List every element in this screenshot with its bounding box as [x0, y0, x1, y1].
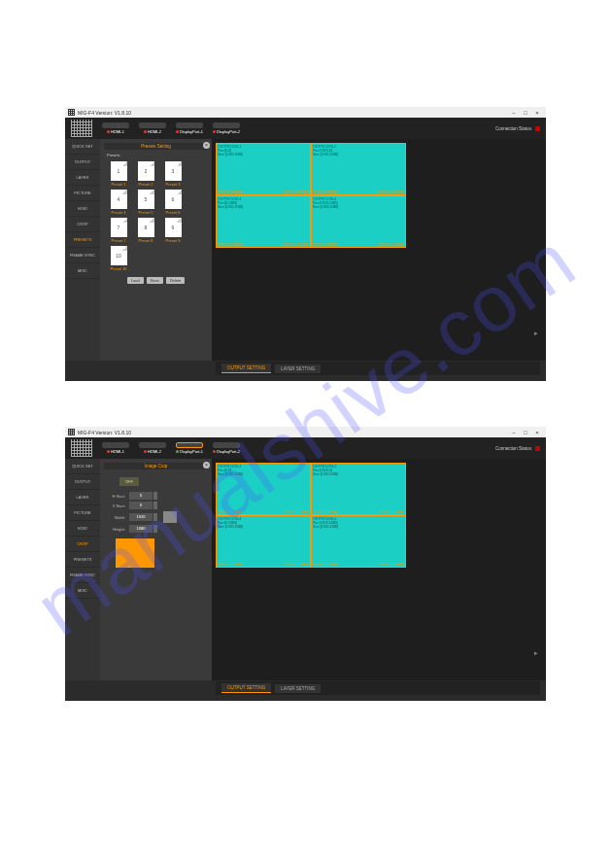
output-corner-right: OUTPUT-CORNER: [379, 563, 404, 567]
tab-layer-setting[interactable]: LAYER SETTING: [275, 684, 321, 693]
preset-page-icon: 2: [138, 161, 154, 181]
save-button[interactable]: Save: [147, 277, 163, 284]
port-hdmi-1[interactable]: HDMI-1: [102, 442, 129, 454]
port-hdmi-2[interactable]: HDMI-2: [139, 442, 166, 454]
crop-field-value[interactable]: 0: [129, 502, 153, 509]
crop-ok-button[interactable]: [163, 511, 177, 523]
output-cell[interactable]: OUTPUT-DVI-3Pos:[0,1080]Size:[1920,1080]…: [216, 515, 311, 568]
preset-item[interactable]: 1Preset 1: [108, 161, 129, 187]
sidebar-item-picture[interactable]: PICTURE: [65, 505, 100, 521]
canvas[interactable]: OUTPUT-DVI-1Pos:[0,0]Size:[1920,1080]OUT…: [212, 139, 546, 361]
window-title: MIG-F4 Version: V1.8.10: [78, 430, 131, 435]
scroll-right-icon[interactable]: ▸: [534, 330, 538, 337]
sidebar-item-quickset[interactable]: QUICK SET: [65, 459, 100, 474]
preset-label: Preset 1: [112, 182, 126, 187]
spinner-icon[interactable]: [153, 513, 157, 521]
output-corner-left: OUTPUT-CORNER: [313, 191, 338, 194]
crop-toggle[interactable]: OFF: [119, 477, 139, 486]
preset-item[interactable]: 10Preset 10: [108, 246, 129, 271]
output-cell[interactable]: OUTPUT-DVI-4Pos:[1920,1080]Size:[1920,10…: [311, 515, 406, 568]
sidebar-item-framesync[interactable]: FRAME SYNC: [65, 248, 100, 263]
port-dp-2[interactable]: DisplayPort-2: [213, 442, 240, 454]
port-dp-1[interactable]: DisplayPort-1: [176, 442, 203, 454]
crop-field-value[interactable]: 1920: [129, 513, 153, 521]
sidebar-item-presets[interactable]: PRESETS: [65, 232, 100, 248]
preset-item[interactable]: 5Preset 5: [135, 190, 156, 215]
tab-layer-setting[interactable]: LAYER SETTING: [275, 365, 321, 373]
sidebar: QUICK SET OUTPUT LAYER PICTURE EDID CROP…: [65, 139, 100, 361]
sidebar-item-edid[interactable]: EDID: [65, 521, 100, 537]
sidebar-item-output[interactable]: OUTPUT: [65, 474, 100, 490]
preset-item[interactable]: 7Preset 7: [108, 218, 129, 243]
sidebar-item-crop[interactable]: CROP: [65, 217, 100, 232]
preset-page-icon: 1: [111, 161, 127, 181]
port-hdmi-2[interactable]: HDMI-2: [139, 122, 166, 134]
spinner-icon[interactable]: [153, 502, 157, 509]
preset-item[interactable]: 4Preset 4: [108, 190, 129, 215]
logo-icon: [71, 120, 92, 137]
output-cell[interactable]: OUTPUT-DVI-3Pos:[0,1080]Size:[1920,1080]…: [216, 195, 311, 248]
preset-item[interactable]: 6Preset 6: [162, 190, 184, 215]
spinner-icon[interactable]: [153, 525, 157, 533]
output-cell[interactable]: OUTPUT-DVI-4Pos:[1920,1080]Size:[1920,10…: [311, 195, 406, 248]
port-hdmi-1[interactable]: HDMI-1: [102, 122, 129, 134]
output-corner-left: OUTPUT-CORNER: [313, 563, 338, 567]
sidebar-item-layer[interactable]: LAYER: [65, 490, 100, 505]
preset-item[interactable]: 8Preset 8: [135, 218, 156, 243]
maximize-button[interactable]: □: [520, 107, 531, 118]
preset-item[interactable]: 9Preset 9: [162, 218, 184, 243]
minimize-button[interactable]: −: [508, 427, 520, 437]
sidebar-item-crop[interactable]: CROP: [65, 537, 100, 552]
output-size: Size:[1920,1080]: [218, 525, 309, 529]
sidebar-item-output[interactable]: OUTPUT: [65, 155, 100, 170]
tab-output-setting[interactable]: OUTPUT SETTING: [221, 683, 271, 693]
preset-label: Preset 2: [139, 182, 153, 187]
sidebar-item-edid[interactable]: EDID: [65, 201, 100, 217]
port-dp-2[interactable]: DisplayPort-2: [213, 122, 240, 134]
spinner-icon[interactable]: [153, 492, 157, 500]
panel-close-icon[interactable]: ×: [203, 462, 210, 469]
sidebar-item-layer[interactable]: LAYER: [65, 170, 100, 186]
crop-field-value[interactable]: 1080: [129, 525, 153, 533]
output-size: Size:[1920,1080]: [313, 472, 404, 476]
output-corner-right: OUTPUT-CORNER: [284, 243, 309, 247]
crop-field-value[interactable]: 0: [129, 492, 153, 500]
crop-field-label: V Start:: [108, 503, 125, 508]
bottombar: OUTPUT SETTING LAYER SETTING: [216, 362, 540, 375]
connection-status: Connection Status:: [495, 126, 540, 131]
delete-button[interactable]: Delete: [166, 277, 186, 284]
preset-page-icon: 7: [111, 218, 127, 237]
sidebar-item-misc[interactable]: MISC: [65, 263, 100, 279]
maximize-button[interactable]: □: [520, 427, 531, 437]
sidebar-item-misc[interactable]: MISC: [65, 583, 100, 599]
output-corner-right: OUTPUT-CORNER: [284, 510, 309, 514]
sidebar-item-quickset[interactable]: QUICK SET: [65, 139, 100, 155]
output-cell[interactable]: OUTPUT-DVI-2Pos:[1920,0]Size:[1920,1080]…: [311, 463, 406, 515]
output-corner-left: OUTPUT-CORNER: [313, 510, 338, 514]
preset-page-icon: 10: [111, 246, 127, 265]
connection-indicator-icon: [535, 446, 540, 451]
sidebar-item-presets[interactable]: PRESETS: [65, 552, 100, 568]
close-button[interactable]: ×: [531, 107, 543, 118]
close-button[interactable]: ×: [531, 427, 543, 437]
output-cell[interactable]: OUTPUT-DVI-1Pos:[0,0]Size:[1920,1080]OUT…: [216, 463, 311, 515]
panel-title: Image Crop ×: [104, 463, 208, 469]
scroll-right-icon[interactable]: ▸: [534, 649, 538, 657]
sidebar-item-picture[interactable]: PICTURE: [65, 186, 100, 201]
sidebar-item-framesync[interactable]: FRAME SYNC: [65, 568, 100, 583]
app-icon: [68, 429, 75, 435]
tab-output-setting[interactable]: OUTPUT SETTING: [221, 364, 271, 373]
output-size: Size:[1920,1080]: [218, 472, 309, 476]
port-dp-1[interactable]: DisplayPort-1: [176, 122, 203, 134]
panel-close-icon[interactable]: ×: [203, 142, 210, 149]
output-cell[interactable]: OUTPUT-DVI-1Pos:[0,0]Size:[1920,1080]OUT…: [216, 143, 311, 195]
preset-item[interactable]: 2Preset 2: [135, 161, 156, 187]
minimize-button[interactable]: −: [508, 107, 520, 118]
panel-title: Presets Setting ×: [104, 143, 208, 150]
presets-panel: Presets Setting × Presets 1Preset 12Pres…: [100, 139, 212, 361]
load-button[interactable]: Load: [127, 277, 144, 284]
bottombar: OUTPUT SETTING LAYER SETTING: [216, 681, 540, 695]
canvas[interactable]: OUTPUT-DVI-1Pos:[0,0]Size:[1920,1080]OUT…: [212, 459, 546, 680]
preset-item[interactable]: 3Preset 3: [162, 161, 184, 187]
output-cell[interactable]: OUTPUT-DVI-2Pos:[1920,0]Size:[1920,1080]…: [311, 143, 406, 195]
